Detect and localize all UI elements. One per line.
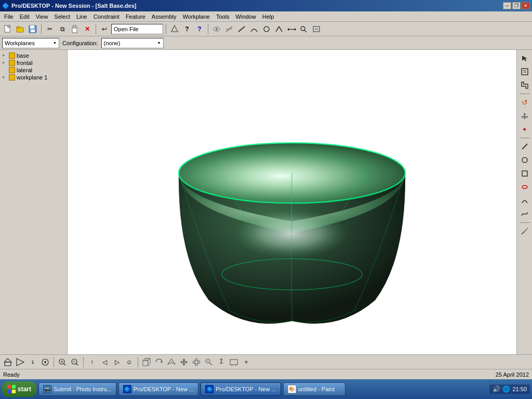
menu-item-view[interactable]: View <box>33 12 51 21</box>
copy-button[interactable]: ⧉ <box>57 23 68 35</box>
bt-orbit-btn[interactable] <box>191 356 202 368</box>
svg-rect-70 <box>12 385 16 389</box>
tree-item-lateral[interactable]: lateral <box>1 66 66 74</box>
rt-zoom-btn[interactable] <box>518 79 531 91</box>
workplanes-dropdown[interactable]: Workplanes <box>2 38 59 48</box>
bt-zoomout-btn[interactable] <box>69 356 81 368</box>
bt-zoomin-btn[interactable] <box>57 356 68 368</box>
svg-rect-1 <box>8 25 10 28</box>
bt-arrow-left-btn[interactable]: ◁ <box>99 356 110 368</box>
line-button[interactable] <box>236 23 247 35</box>
menu-item-tools[interactable]: Tools <box>213 12 233 21</box>
circle-button[interactable] <box>261 23 272 35</box>
bt-zoom3-btn[interactable] <box>203 356 215 368</box>
bt-fly-btn[interactable] <box>166 356 177 368</box>
svg-point-57 <box>195 358 198 366</box>
bt-arrow-right-btn[interactable]: ▷ <box>111 356 123 368</box>
svg-point-24 <box>218 196 364 259</box>
delete-button[interactable]: ✕ <box>82 23 93 35</box>
paste-button[interactable] <box>69 23 81 35</box>
menu-item-line[interactable]: Line <box>73 12 90 21</box>
open-button[interactable] <box>15 23 26 35</box>
rt-select-btn[interactable] <box>518 65 531 78</box>
svg-rect-71 <box>7 390 11 393</box>
bt-home-btn[interactable] <box>2 356 14 368</box>
menu-item-window[interactable]: Window <box>233 12 259 21</box>
measure-button[interactable]: ⟷ <box>286 23 297 35</box>
menu-item-file[interactable]: File <box>1 12 17 21</box>
save-button[interactable] <box>27 23 38 35</box>
separator4 <box>208 24 208 34</box>
svg-rect-69 <box>7 385 11 389</box>
rt-spline-btn[interactable] <box>518 208 531 220</box>
rt-arc-btn[interactable] <box>518 194 531 207</box>
taskbar-item-prodesktop1[interactable]: 🔷 Pro/DESKTOP - New ... <box>118 382 198 396</box>
rt-cursor-btn[interactable] <box>518 52 531 64</box>
help-button[interactable]: ? <box>181 23 193 35</box>
titlebar-controls[interactable]: ─ ❐ ✕ <box>503 2 530 9</box>
new-button[interactable] <box>2 23 14 35</box>
snap-button[interactable] <box>169 23 180 35</box>
bt-front-btn[interactable]: 1 <box>27 356 38 368</box>
rt-circle-btn[interactable] <box>518 154 531 166</box>
constraint-button[interactable] <box>223 23 235 35</box>
bt-extra-btn[interactable]: ▾ <box>241 356 252 368</box>
cut-button[interactable]: ✂ <box>44 23 56 35</box>
menu-item-assembly[interactable]: Assembly <box>149 12 180 21</box>
slash-button[interactable] <box>273 23 285 35</box>
tray-icon2[interactable]: 🌐 <box>502 385 510 393</box>
rt-pan-btn[interactable] <box>518 110 531 122</box>
undo-button[interactable]: ↩ <box>99 23 110 35</box>
bt-arrow-up-btn[interactable]: ↑ <box>86 356 98 368</box>
rt-trim-btn[interactable] <box>518 225 531 237</box>
start-button[interactable]: start <box>2 381 36 397</box>
rt-rotate-btn[interactable]: ↺ <box>518 96 531 109</box>
svg-point-42 <box>44 361 46 363</box>
menu-item-select[interactable]: Select <box>51 12 73 21</box>
svg-marker-39 <box>4 358 11 362</box>
minimize-button[interactable]: ─ <box>503 2 511 9</box>
workplane-icon <box>9 60 15 66</box>
svg-line-37 <box>524 228 528 232</box>
bt-pan2-btn[interactable] <box>178 356 190 368</box>
tree-item-frontal[interactable]: + frontal <box>1 59 66 66</box>
view-button[interactable] <box>211 23 222 35</box>
menu-item-help[interactable]: Help <box>259 12 277 21</box>
help2-button[interactable]: ? <box>194 23 205 35</box>
svg-line-17 <box>279 26 282 32</box>
rt-feature-btn[interactable]: ✦ <box>518 123 531 136</box>
restore-button[interactable]: ❐ <box>512 2 521 9</box>
bt-back-btn[interactable] <box>39 356 51 368</box>
bt-render-btn[interactable] <box>228 356 240 368</box>
tree-item-base[interactable]: + base <box>1 52 66 59</box>
taskbar-item-prodesktop2[interactable]: 🔷 Pro/DESKTOP - New ... <box>201 382 281 396</box>
taskbar-item-paint[interactable]: 🎨 untitled - Paint <box>283 382 345 396</box>
rt-line-btn[interactable] <box>518 140 531 153</box>
rt-ellipse-btn[interactable] <box>518 181 531 193</box>
taskbar-right: 🔊 🌐 21:50 <box>489 384 530 394</box>
open-file-input[interactable]: Open File <box>111 24 163 34</box>
rt-rect-btn[interactable] <box>518 167 531 180</box>
search-button[interactable] <box>298 23 310 35</box>
svg-point-18 <box>301 26 305 31</box>
configuration-dropdown[interactable]: (none) <box>101 38 164 48</box>
bt-smile-btn[interactable]: ☺ <box>124 356 135 368</box>
taskbar-pd2-icon: 🔷 <box>205 385 214 393</box>
bt-walk-btn[interactable] <box>216 356 227 368</box>
viewport[interactable] <box>68 50 516 354</box>
menu-item-edit[interactable]: Edit <box>17 12 33 21</box>
tray-icon1[interactable]: 🔊 <box>493 385 500 393</box>
svg-rect-5 <box>30 25 34 29</box>
bt-3d-btn[interactable] <box>141 356 152 368</box>
menu-item-workplane[interactable]: Workplane <box>179 12 212 21</box>
bt-rotate-btn[interactable] <box>153 356 165 368</box>
arc-button[interactable] <box>248 23 260 35</box>
svg-line-14 <box>238 26 245 32</box>
find-button[interactable] <box>311 23 322 35</box>
bt-view-btn[interactable] <box>15 356 26 368</box>
taskbar-item-submit[interactable]: 📷 Submit : Photo Instru... <box>38 382 116 396</box>
menu-item-feature[interactable]: Feature <box>123 12 149 21</box>
tree-item-workplane1[interactable]: + workplane 1 <box>1 74 66 81</box>
close-button[interactable]: ✕ <box>522 2 530 9</box>
menu-item-constraint[interactable]: Constraint <box>90 12 123 21</box>
